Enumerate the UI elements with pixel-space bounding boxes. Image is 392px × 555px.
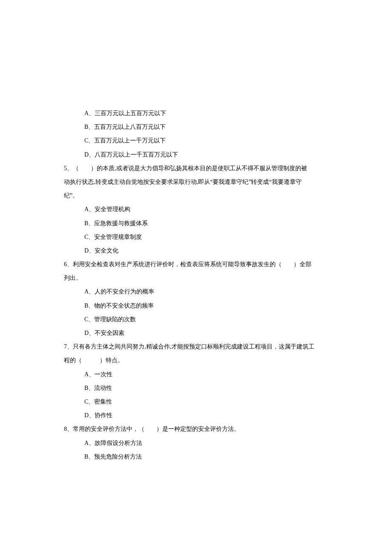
q8-option-a: A、故障假设分析方法 [64, 436, 328, 450]
q7-option-d: D、协作性 [64, 409, 328, 422]
q5-stem-line3: 纪”。 [64, 189, 328, 203]
q5-stem-line2: 动执行状态,转变成主动自觉地按安全要求采取行动,即从“要我遵章守纪”转变成“我要… [64, 175, 328, 189]
q4-option-b: B、五百万元以上八百万元以下 [64, 120, 328, 134]
q7-option-b: B、流动性 [64, 381, 328, 395]
q8-option-b: B、预先危险分析方法 [64, 450, 328, 464]
q5-option-b: B、应急救援与救援体系 [64, 217, 328, 230]
q4-option-c: C、五百万元以上一千万元以下 [64, 134, 328, 148]
q6-stem-line2: 列出。 [64, 271, 328, 285]
q5-option-d: D、安全文化 [64, 244, 328, 258]
document-page: A、三百万元以上五百万元以下 B、五百万元以上八百万元以下 C、五百万元以上一千… [0, 0, 392, 549]
q6-stem-line1: 6、利用安全检查表对生产系统进行评价时，检查表应将系统可能导致事故发生的（ ）全… [64, 258, 328, 271]
q4-option-d: D、八百万元以上一千五百万元以下 [64, 148, 328, 162]
q6-option-d: D、不安全因素 [64, 326, 328, 340]
q6-option-b: B、物的不安全状态的频率 [64, 299, 328, 313]
q5-option-a: A、安全管理机构 [64, 203, 328, 216]
q5-option-c: C、安全管理规章制度 [64, 230, 328, 244]
q7-stem-line2: 程的（ ）特点。 [64, 354, 328, 367]
q7-stem-line1: 7、只有各方主体之间共同努力,精诚合作,才能按预定口标顺利完成建设工程项目，这属… [64, 340, 328, 354]
q7-option-c: C、密集性 [64, 395, 328, 409]
q4-option-a: A、三百万元以上五百万元以下 [64, 107, 328, 120]
q5-stem-line1: 5、（ ）的本质,或者说是大力倡导和弘扬其根本目的是使职工从不得不服从管理制度的… [64, 162, 328, 175]
q6-option-a: A、人的不安全行为的概率 [64, 285, 328, 299]
q7-option-a: A、一次性 [64, 368, 328, 381]
q6-option-c: C、管理缺陷的次数 [64, 313, 328, 326]
q8-stem-line1: 8、常用的安全评价方法中，（ ）是一种定型的安全评价方法。 [64, 422, 328, 436]
